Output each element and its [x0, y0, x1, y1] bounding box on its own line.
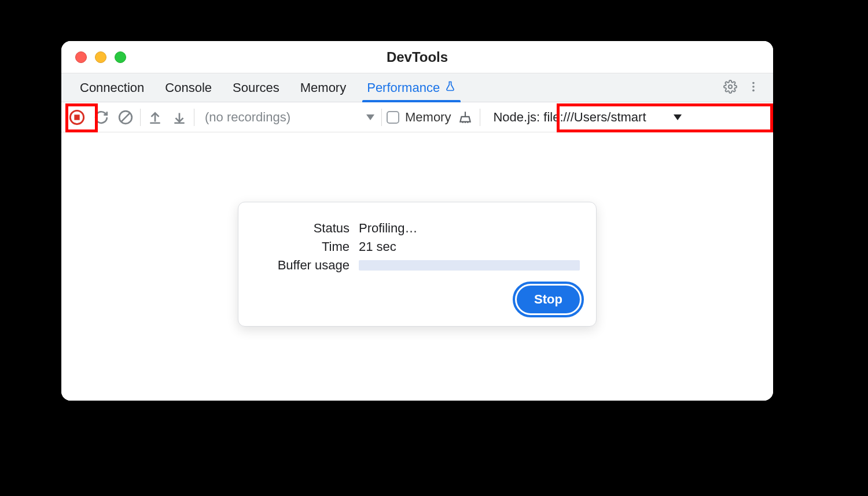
reload-icon — [94, 110, 109, 125]
window-title: DevTools — [61, 49, 773, 65]
clear-button[interactable] — [113, 105, 138, 129]
tab-performance[interactable]: Performance — [356, 73, 466, 102]
svg-point-2 — [752, 86, 755, 88]
window-traffic-lights — [61, 51, 126, 63]
tab-memory[interactable]: Memory — [290, 73, 356, 102]
toolbar-separator — [381, 109, 382, 126]
svg-line-7 — [121, 113, 130, 121]
devtools-window: DevTools Connection Console Sources Memo… — [61, 41, 773, 401]
broom-icon — [458, 110, 473, 125]
time-value: 21 sec — [359, 239, 396, 254]
svg-point-3 — [752, 89, 755, 91]
more-menu-button[interactable] — [742, 73, 765, 102]
settings-button[interactable] — [719, 73, 742, 102]
chevron-down-icon — [674, 114, 682, 120]
zoom-window-button[interactable] — [115, 51, 126, 63]
minimize-window-button[interactable] — [95, 51, 106, 63]
recordings-placeholder: (no recordings) — [205, 110, 290, 125]
close-window-button[interactable] — [75, 51, 87, 63]
tab-label: Connection — [80, 80, 144, 95]
panel-tabs: Connection Console Sources Memory Perfor… — [61, 73, 773, 102]
performance-main: Status Profiling… Time 21 sec Buffer usa… — [61, 132, 773, 401]
target-selected-value: Node.js: file:///Users/stmart — [493, 110, 646, 125]
toolbar-separator — [480, 109, 480, 126]
svg-point-1 — [752, 82, 755, 84]
memory-checkbox[interactable]: Memory — [384, 110, 453, 125]
memory-label: Memory — [405, 110, 451, 125]
target-selector[interactable]: Node.js: file:///Users/stmart — [486, 106, 689, 129]
upload-profile-button[interactable] — [143, 105, 167, 129]
toolbar-separator — [194, 109, 194, 126]
buffer-usage-bar — [359, 260, 580, 271]
record-button[interactable] — [65, 105, 89, 129]
kebab-icon — [747, 80, 760, 95]
upload-icon — [148, 110, 163, 125]
clear-icon — [118, 110, 133, 125]
svg-point-0 — [729, 85, 732, 88]
checkbox-icon — [387, 111, 399, 124]
tab-sources[interactable]: Sources — [222, 73, 290, 102]
svg-rect-5 — [74, 114, 79, 120]
tab-label: Sources — [233, 80, 279, 95]
tab-label: Performance — [367, 80, 440, 95]
buffer-label: Buffer usage — [255, 258, 359, 273]
performance-toolbar: (no recordings) Memory Node.js: file:///… — [61, 102, 773, 132]
toolbar-separator — [140, 109, 141, 126]
status-value: Profiling… — [359, 221, 417, 236]
stop-profiling-button[interactable]: Stop — [517, 286, 580, 313]
record-stop-icon — [69, 109, 85, 125]
chevron-down-icon — [366, 114, 374, 120]
gear-icon — [723, 80, 737, 96]
profiling-status-dialog: Status Profiling… Time 21 sec Buffer usa… — [238, 202, 597, 327]
recordings-selector[interactable]: (no recordings) — [197, 110, 379, 125]
download-profile-button[interactable] — [167, 105, 192, 129]
tab-label: Console — [165, 80, 212, 95]
collect-garbage-button[interactable] — [453, 105, 477, 129]
flask-icon — [444, 80, 456, 95]
download-icon — [172, 110, 187, 125]
time-label: Time — [255, 239, 359, 254]
performance-toolbar-wrap: (no recordings) Memory Node.js: file:///… — [61, 102, 773, 132]
status-label: Status — [255, 221, 359, 236]
tab-console[interactable]: Console — [155, 73, 222, 102]
window-titlebar: DevTools — [61, 41, 773, 73]
tab-label: Memory — [300, 80, 346, 95]
tab-connection[interactable]: Connection — [69, 73, 155, 102]
reload-button[interactable] — [89, 105, 113, 129]
